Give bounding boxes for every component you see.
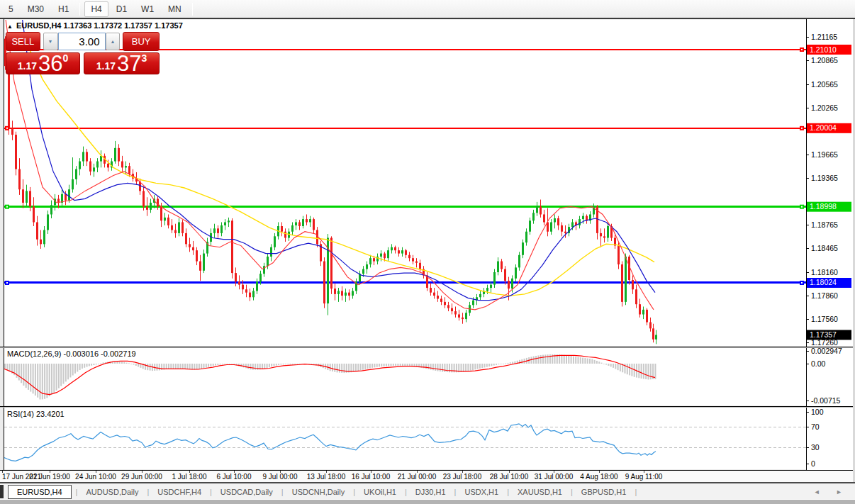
tab-scroll-arrows[interactable]: ◄ ► xyxy=(814,488,849,495)
rsi-pane[interactable] xyxy=(4,408,806,469)
sell-price-prefix: 1.17 xyxy=(18,60,37,72)
price-tick: 1.17860 xyxy=(811,291,838,300)
tab-separator: | xyxy=(505,488,510,496)
time-label: 31 Jul 00:00 xyxy=(535,473,574,481)
price-tag-text: 1.20004 xyxy=(810,123,837,132)
buy-price-prefix: 1.17 xyxy=(96,60,116,72)
tab-separator: | xyxy=(74,488,79,496)
chevron-up-icon: ▲ xyxy=(110,39,115,44)
buy-price-display[interactable]: 1.17373 xyxy=(84,52,160,74)
chevron-down-icon: ▼ xyxy=(48,39,53,44)
time-label: 21 Jul 00:00 xyxy=(398,473,437,481)
price-tag-text: 1.18998 xyxy=(810,202,837,211)
price-tick: 1.19365 xyxy=(811,174,838,182)
tab-separator: | xyxy=(352,488,357,496)
time-label: 29 Jun 00:00 xyxy=(121,473,162,481)
volume-decrease-button[interactable]: ▼ xyxy=(43,33,58,50)
price-tick: 1.18765 xyxy=(811,220,838,229)
tab-usdchf-h4[interactable]: USDCHF,H4 xyxy=(150,486,208,498)
time-label: 4 Aug 18:00 xyxy=(580,473,618,481)
price-tag-text: 1.21010 xyxy=(810,45,837,54)
chart-tab-bar: EURUSD,H4|AUDUSD,Daily|USDCHF,H4|USDCAD,… xyxy=(0,483,855,500)
price-tick: 1.20865 xyxy=(811,56,838,65)
macd-label: MACD(12,26,9) -0.003016 -0.002719 xyxy=(7,349,136,358)
time-label: 9 Jul 00:00 xyxy=(263,473,298,481)
macd-axis-tick: 0.00 xyxy=(811,359,826,368)
price-tick: 1.18160 xyxy=(811,268,838,276)
tab-separator: | xyxy=(208,488,213,496)
chart-title-bar: ▲EURUSD,H4 1.17363 1.17372 1.17357 1.173… xyxy=(7,21,183,30)
tab-audusd-daily[interactable]: AUDUSD,Daily xyxy=(79,486,145,498)
sell-price-display[interactable]: 1.17360 xyxy=(6,52,80,74)
price-tag-text: 1.18024 xyxy=(810,278,837,286)
volume-increase-button[interactable]: ▲ xyxy=(106,33,121,50)
price-tag-text: 1.17357 xyxy=(810,330,837,339)
trading-terminal-window: { "toolbar":{"items":["5","M30","H1","H4… xyxy=(0,0,855,504)
macd-axis-tick: -0.00715 xyxy=(811,396,841,405)
tab-dj30-h1[interactable]: DJ30,H1 xyxy=(408,486,453,498)
collapse-arrow-icon[interactable]: ▲ xyxy=(7,23,13,30)
window-bottom-edge xyxy=(0,499,855,504)
one-click-trading-panel: SELL ▼ ▲ BUY 1.17360 1.17373 xyxy=(6,32,160,74)
time-label: 13 Jul 18:00 xyxy=(307,473,346,481)
volume-input[interactable] xyxy=(58,33,106,50)
sell-price-pips: 36 xyxy=(38,53,62,74)
price-tick: 1.21165 xyxy=(811,33,837,41)
time-label: 21 Jun 19:00 xyxy=(29,473,70,481)
tab-usdcnh-daily[interactable]: USDCNH,Daily xyxy=(285,486,352,498)
rsi-axis-tick: 70 xyxy=(811,422,820,431)
partial-tab[interactable] xyxy=(0,485,4,498)
tab-xauusd-h1[interactable]: XAUUSD,H1 xyxy=(510,486,569,498)
time-label: 9 Aug 11:00 xyxy=(625,473,663,481)
tab-usdx-h1[interactable]: USDX,H1 xyxy=(457,486,505,498)
buy-price-point: 3 xyxy=(141,52,147,64)
time-label: 23 Jul 18:00 xyxy=(443,473,482,481)
chart-title: EURUSD,H4 1.17363 1.17372 1.17357 1.1735… xyxy=(16,21,183,30)
price-tick: 1.20265 xyxy=(811,103,838,112)
buy-price-pips: 37 xyxy=(117,53,141,74)
tab-usdcad-daily[interactable]: USDCAD,Daily xyxy=(213,486,280,498)
tab-separator: | xyxy=(633,488,638,496)
price-tick: 1.17560 xyxy=(811,315,838,323)
time-label: 1 Jul 18:00 xyxy=(172,473,207,481)
macd-axis-tick: 0.002947 xyxy=(811,347,842,355)
tab-separator: | xyxy=(403,488,408,496)
price-tick: 1.20565 xyxy=(811,80,838,89)
tab-separator: | xyxy=(453,488,458,496)
rsi-axis-tick: 30 xyxy=(811,443,820,452)
tab-separator: | xyxy=(145,488,150,496)
time-label: 28 Jul 10:00 xyxy=(490,473,529,481)
tab-separator: | xyxy=(569,488,574,496)
price-tick: 1.19665 xyxy=(811,150,838,159)
time-axis[interactable]: 17 Jun 202121 Jun 19:0024 Jun 10:0029 Ju… xyxy=(2,471,663,481)
tab-separator: | xyxy=(280,488,285,496)
tab-gbpusd-h1[interactable]: GBPUSD,H1 xyxy=(574,486,634,498)
tab-ukoil-h1[interactable]: UKOil,H1 xyxy=(357,486,403,498)
buy-button[interactable]: BUY xyxy=(123,32,160,51)
price-tick: 1.18465 xyxy=(811,244,838,252)
rsi-label: RSI(14) 23.4201 xyxy=(7,410,65,418)
window-top-border xyxy=(0,18,855,19)
tab-eurusd-h4[interactable]: EURUSD,H4 xyxy=(8,485,72,499)
rsi-axis-tick: 0 xyxy=(811,459,815,468)
rsi-axis-tick: 100 xyxy=(811,408,824,416)
time-label: 6 Jul 10:00 xyxy=(217,473,252,481)
time-label: 24 Jun 10:00 xyxy=(75,473,116,481)
time-label: 16 Jul 10:00 xyxy=(352,473,391,481)
sell-button[interactable]: SELL xyxy=(6,32,40,51)
sell-price-point: 0 xyxy=(62,52,68,64)
